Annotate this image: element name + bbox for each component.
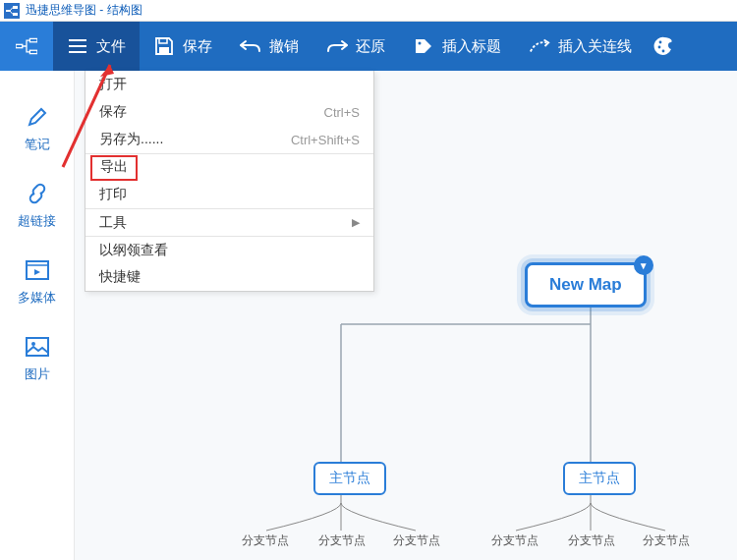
image-icon bbox=[25, 334, 50, 360]
svg-rect-5 bbox=[16, 44, 23, 47]
root-node[interactable]: New Map ▼ bbox=[525, 262, 647, 308]
svg-rect-17 bbox=[27, 261, 48, 279]
undo-icon bbox=[240, 35, 261, 57]
leaf-node-1[interactable]: 分支节点 bbox=[242, 532, 289, 549]
sidebar-hyperlink-label: 超链接 bbox=[18, 212, 56, 230]
save-label: 保存 bbox=[183, 37, 212, 56]
sidebar-item-image[interactable]: 图片 bbox=[0, 324, 74, 401]
menu-save-as[interactable]: 另存为...... Ctrl+Shift+S bbox=[85, 126, 373, 153]
svg-rect-6 bbox=[29, 38, 37, 41]
svg-line-4 bbox=[10, 11, 13, 15]
menu-export[interactable]: 导出 bbox=[85, 153, 373, 181]
link-icon bbox=[25, 181, 50, 206]
leaf-node-6[interactable]: 分支节点 bbox=[643, 532, 690, 549]
pencil-icon bbox=[25, 104, 50, 130]
leaf-node-5[interactable]: 分支节点 bbox=[568, 532, 615, 549]
insert-link-label: 插入关连线 bbox=[558, 37, 632, 56]
palette-button[interactable] bbox=[646, 22, 683, 71]
insert-title-label: 插入标题 bbox=[442, 37, 501, 56]
menu-tools[interactable]: 工具 ▶ bbox=[85, 208, 373, 236]
sidebar-item-hyperlink[interactable]: 超链接 bbox=[0, 171, 74, 248]
svg-point-14 bbox=[659, 41, 662, 44]
svg-rect-1 bbox=[13, 6, 18, 9]
palette-icon bbox=[653, 35, 675, 57]
svg-rect-7 bbox=[29, 50, 37, 53]
menu-icon bbox=[67, 35, 88, 57]
app-icon bbox=[4, 3, 20, 19]
root-node-label: New Map bbox=[549, 275, 622, 294]
menu-print[interactable]: 打印 bbox=[85, 181, 373, 208]
svg-point-15 bbox=[658, 46, 661, 49]
menu-tools-label: 工具 bbox=[99, 214, 127, 232]
file-menu-button[interactable]: 文件 bbox=[53, 22, 140, 71]
menu-outline-label: 以纲领查看 bbox=[99, 242, 168, 259]
sidebar-note-label: 笔记 bbox=[25, 136, 50, 153]
leaf-node-3[interactable]: 分支节点 bbox=[393, 532, 440, 549]
redo-icon bbox=[326, 35, 348, 57]
sidebar: 笔记 超链接 多媒体 图片 bbox=[0, 71, 75, 560]
media-icon bbox=[25, 257, 50, 283]
svg-rect-19 bbox=[27, 338, 48, 356]
mindmap-icon bbox=[16, 35, 37, 57]
svg-rect-0 bbox=[6, 10, 10, 12]
undo-label: 撤销 bbox=[269, 37, 299, 56]
menu-export-label: 导出 bbox=[100, 158, 128, 174]
redo-label: 还原 bbox=[356, 37, 385, 56]
sidebar-media-label: 多媒体 bbox=[18, 289, 56, 307]
svg-point-13 bbox=[419, 42, 422, 45]
menu-save-as-shortcut: Ctrl+Shift+S bbox=[291, 133, 360, 147]
menu-print-label: 打印 bbox=[99, 186, 127, 203]
save-icon bbox=[153, 35, 175, 57]
svg-line-3 bbox=[10, 7, 13, 11]
menu-shortcuts[interactable]: 快捷键 bbox=[85, 263, 373, 291]
file-label: 文件 bbox=[96, 37, 126, 56]
menu-outline[interactable]: 以纲领查看 bbox=[85, 236, 373, 263]
submenu-arrow-icon: ▶ bbox=[352, 216, 360, 229]
undo-button[interactable]: 撤销 bbox=[226, 22, 312, 71]
main-node-1[interactable]: 主节点 bbox=[313, 462, 386, 495]
leaf-node-4[interactable]: 分支节点 bbox=[491, 532, 539, 549]
menu-save-shortcut: Ctrl+S bbox=[324, 105, 360, 120]
main-node-2-label: 主节点 bbox=[579, 470, 620, 485]
export-highlight: 导出 bbox=[90, 155, 138, 181]
app-title: 迅捷思维导图 - 结构图 bbox=[26, 2, 142, 19]
redo-button[interactable]: 还原 bbox=[312, 22, 399, 71]
menu-open-label: 打开 bbox=[99, 76, 127, 93]
svg-point-20 bbox=[31, 342, 35, 346]
menu-shortcuts-label: 快捷键 bbox=[99, 268, 141, 286]
main-node-1-label: 主节点 bbox=[329, 470, 370, 485]
insert-link-button[interactable]: 插入关连线 bbox=[515, 22, 646, 71]
mindmap-icon-button[interactable] bbox=[0, 22, 53, 71]
sidebar-item-media[interactable]: 多媒体 bbox=[0, 248, 74, 324]
main-node-2[interactable]: 主节点 bbox=[563, 462, 636, 495]
curve-arrow-icon bbox=[529, 35, 550, 57]
file-dropdown: 打开 保存 Ctrl+S 另存为...... Ctrl+Shift+S 导出 打… bbox=[85, 71, 374, 292]
svg-rect-11 bbox=[159, 38, 167, 43]
sidebar-image-label: 图片 bbox=[25, 365, 50, 383]
svg-rect-12 bbox=[159, 47, 169, 54]
svg-point-16 bbox=[662, 50, 665, 53]
titlebar: 迅捷思维导图 - 结构图 bbox=[0, 0, 737, 22]
insert-title-button[interactable]: 插入标题 bbox=[399, 22, 515, 71]
svg-rect-2 bbox=[13, 13, 18, 16]
menu-save[interactable]: 保存 Ctrl+S bbox=[85, 98, 373, 126]
collapse-toggle-icon[interactable]: ▼ bbox=[634, 255, 653, 275]
menu-save-as-label: 另存为...... bbox=[99, 131, 163, 148]
leaf-node-2[interactable]: 分支节点 bbox=[318, 532, 366, 549]
menu-open[interactable]: 打开 bbox=[85, 71, 373, 98]
sidebar-item-note[interactable]: 笔记 bbox=[0, 94, 74, 171]
tag-icon bbox=[413, 35, 434, 57]
save-button[interactable]: 保存 bbox=[140, 22, 226, 71]
menu-save-label: 保存 bbox=[99, 103, 127, 121]
toolbar: 文件 保存 撤销 还原 插入标题 插入关连线 bbox=[0, 22, 737, 71]
